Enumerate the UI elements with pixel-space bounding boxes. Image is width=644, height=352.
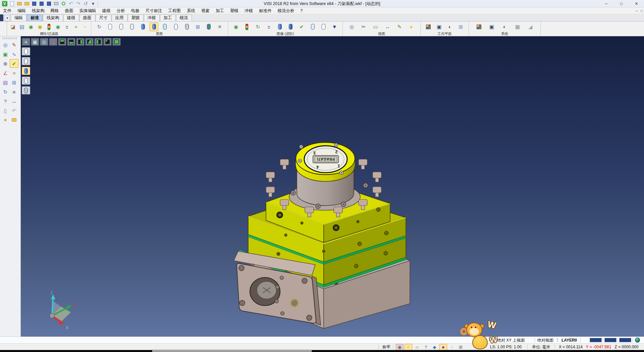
open-file-icon[interactable] [16, 1, 22, 7]
curve-sketch-icon[interactable]: ∿ [10, 50, 18, 58]
hatch-display-icon[interactable] [22, 86, 30, 94]
menu-item[interactable]: 网格 [48, 7, 62, 14]
view-toggle-icon[interactable]: ± [63, 23, 71, 31]
system-monitor-icon[interactable]: ▣ [487, 23, 496, 31]
save-all-icon[interactable] [46, 1, 52, 7]
minimize-button[interactable]: ─ [599, 0, 614, 7]
view-top-icon[interactable] [58, 38, 66, 46]
adv-light-cylinder-icon[interactable] [308, 23, 317, 31]
ribbon-tab[interactable]: 标准 [27, 14, 43, 21]
magic-wand-icon[interactable]: ☆ [405, 344, 412, 350]
redo-icon[interactable]: ↷ [75, 1, 82, 7]
bulb-icon[interactable]: ○ [448, 344, 456, 350]
workplane-globe-icon[interactable]: ◐ [446, 23, 454, 31]
system-colors-icon[interactable] [475, 23, 483, 31]
menu-item[interactable]: 文件 [0, 7, 14, 14]
ghost-cylinder-icon[interactable] [172, 23, 180, 31]
measure-view-icon[interactable]: ↔ [383, 23, 392, 31]
menu-item[interactable]: 电极 [128, 7, 143, 14]
show-add-icon[interactable]: + [71, 23, 80, 31]
undo-all-icon[interactable]: ↺ [83, 1, 89, 7]
shaded-display-icon[interactable] [22, 67, 30, 75]
ribbon-tab[interactable]: 尺寸 [96, 14, 111, 21]
hatched-cylinder-icon[interactable] [182, 23, 191, 31]
adv-view-add-icon[interactable]: ◉ [232, 23, 240, 31]
menu-item[interactable]: 冲模 [241, 7, 256, 14]
adv-toggle-icon[interactable]: ± [265, 23, 273, 31]
view-add-icon[interactable]: ◉ [26, 23, 35, 31]
adv-check-icon[interactable]: ✔ [297, 23, 306, 31]
cylinder-box-icon[interactable]: ⊞ [194, 23, 202, 31]
attr-paint-icon[interactable]: ◪ [9, 23, 17, 31]
menu-item[interactable]: 系统 [184, 7, 198, 14]
restore-button[interactable]: □ [614, 0, 629, 7]
window-tile-icon[interactable]: ⊞ [10, 78, 18, 87]
quick-help-icon[interactable]: ? [422, 344, 430, 350]
hidden-line-cylinder-icon[interactable] [117, 23, 125, 31]
wireframe-display-icon[interactable] [22, 47, 30, 55]
zoom-dynamic-icon[interactable]: ◎ [347, 23, 356, 31]
regen-view-icon[interactable]: ↻ [1, 87, 10, 96]
menu-item[interactable]: 模流分析 [275, 7, 298, 14]
close-button[interactable]: ✕ [629, 0, 644, 7]
model-canvas[interactable]: PRAGATI 3 2 4 1 [21, 36, 644, 337]
fit-view-icon[interactable]: ▣ [31, 38, 39, 46]
view-iso-icon[interactable] [112, 38, 121, 46]
graphics-settings-icon[interactable]: ✕ [215, 23, 224, 31]
view-back-icon[interactable] [103, 38, 112, 46]
new-file-icon[interactable] [9, 1, 15, 7]
hidden-display-icon[interactable] [22, 57, 30, 65]
plane-select-icon[interactable]: ▣ [1, 50, 10, 58]
attr-pages-eye-icon[interactable]: ▤ [18, 23, 26, 31]
workplane-grid-icon[interactable]: ⊞ [457, 23, 465, 31]
horizontal-scrollbar-thumb[interactable] [152, 350, 312, 352]
view-hide-icon[interactable]: ◉ [36, 23, 44, 31]
undo-icon[interactable]: ↶ [68, 1, 74, 7]
dashed-cylinder-icon[interactable] [128, 23, 137, 31]
menu-item[interactable]: 塑模 [227, 7, 241, 14]
active-layer-selector[interactable]: LAYER0 [561, 337, 577, 344]
globe-icon[interactable] [635, 338, 640, 343]
regen-icon[interactable]: ↻ [95, 23, 104, 31]
save-icon[interactable] [31, 1, 37, 7]
solid-cube-icon[interactable]: ■ [10, 87, 18, 96]
system-globe-icon[interactable]: ◐ [500, 23, 509, 31]
menu-item[interactable]: 视窗 [198, 7, 213, 14]
adv-shaded2-cylinder-icon[interactable] [286, 23, 295, 31]
confirm-check-icon[interactable]: ✔ [10, 59, 18, 68]
ghost-display-icon[interactable] [22, 77, 30, 85]
layer-color-swatch-3[interactable] [619, 338, 631, 342]
view-frame-icon[interactable]: ▭ [371, 23, 380, 31]
pick-hand-icon[interactable]: ▱ [413, 344, 421, 350]
viewport-3d[interactable]: PRAGATI 3 2 4 1 [21, 36, 644, 337]
adv-traffic-icon[interactable] [243, 23, 251, 31]
workplane-monitor-icon[interactable]: ▣ [435, 23, 443, 31]
menu-item[interactable]: 加工 [213, 7, 227, 14]
ribbon-tab[interactable]: 线架构 [43, 14, 63, 21]
save-as-icon[interactable] [38, 1, 45, 7]
status-grip[interactable] [557, 338, 558, 342]
transparent-cylinder-icon[interactable] [161, 23, 169, 31]
dock-grip[interactable] [3, 37, 18, 39]
section-cut-icon[interactable]: ✂ [359, 23, 368, 31]
system-ramp-icon[interactable]: ◢ [526, 23, 535, 31]
context-help-icon[interactable]: ? [1, 97, 10, 105]
menu-item[interactable]: 编辑 [14, 7, 29, 14]
child-restore-button[interactable]: □ [641, 9, 643, 13]
workplane-colors-icon[interactable] [424, 23, 433, 31]
adv-wire-cylinder-icon[interactable] [319, 23, 328, 31]
ribbon-tab[interactable]: 塑膜 [128, 14, 144, 21]
ucs-axis-icon[interactable]: ∠ [1, 69, 10, 77]
menu-item[interactable]: 线架构 [29, 7, 48, 14]
view-left-icon[interactable] [94, 38, 103, 46]
render-light-icon[interactable]: ● [407, 23, 416, 31]
zoom-extent-icon[interactable]: ⊕ [1, 59, 10, 68]
ribbon-tab[interactable]: 冲模 [144, 14, 160, 21]
tab-dropdown-icon[interactable]: ▼ [5, 15, 10, 21]
ribbon-tab[interactable]: 模流 [176, 14, 192, 21]
view-orientation-status[interactable]: 绝对 XY 上视图 [497, 337, 525, 344]
view-right-icon[interactable] [76, 38, 85, 46]
system-matrix-icon[interactable]: ▦ [513, 23, 522, 31]
cylinder-material-icon[interactable] [205, 23, 213, 31]
shaded-edges-cylinder-icon[interactable] [150, 23, 158, 31]
